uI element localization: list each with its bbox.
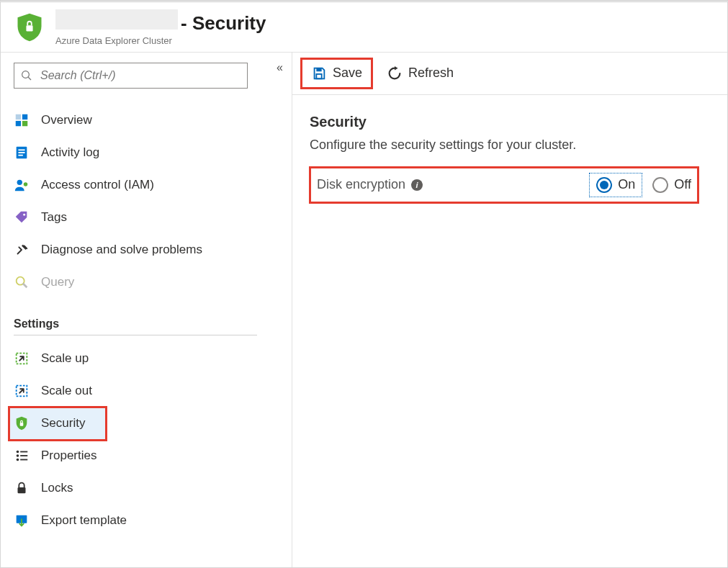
main-content: Save Refresh Security Configure the secu… [292,53,727,568]
svg-rect-24 [20,459,27,461]
resource-type: Azure Data Explorer Cluster [55,35,266,46]
svg-point-23 [17,459,19,461]
sidebar-item-locks[interactable]: Locks [9,472,260,505]
tags-icon [14,209,30,225]
svg-line-2 [28,77,31,80]
info-icon[interactable]: i [411,179,423,191]
sidebar-item-label: Locks [41,481,73,495]
svg-rect-6 [22,121,27,126]
search-input[interactable] [39,68,241,83]
refresh-button-label: Refresh [408,66,454,81]
locks-icon [14,480,30,496]
sidebar-item-properties[interactable]: Properties [9,440,260,472]
diagnose-icon [14,242,30,258]
disk-encryption-setting: Disk encryption i On Off [310,167,698,203]
query-icon [14,274,30,290]
save-button-label: Save [333,66,362,81]
scale-up-icon [14,351,30,366]
setting-label: Disk encryption i [317,177,423,192]
svg-point-12 [24,182,28,186]
resource-name [55,9,178,30]
panel-description: Configure the security settings for your… [310,138,710,153]
svg-rect-5 [16,121,21,126]
export-template-icon [14,513,30,528]
sidebar-item-query[interactable]: Query [9,266,260,299]
refresh-button[interactable]: Refresh [379,61,461,86]
disk-encryption-radio-group: On Off [592,176,691,194]
overview-icon [14,112,30,128]
sidebar-item-label: Scale out [41,384,92,398]
save-icon [311,66,327,81]
sidebar-item-security[interactable]: Security [9,407,106,440]
security-panel: Security Configure the security settings… [292,95,727,222]
radio-on[interactable]: On [592,176,639,194]
sidebar-item-overview[interactable]: Overview [9,104,260,137]
toolbar: Save Refresh [292,53,727,95]
activity-log-icon [14,145,30,161]
sidebar-item-access-control[interactable]: Access control (IAM) [9,169,260,202]
radio-off-label: Off [674,177,691,192]
svg-point-13 [23,214,25,216]
svg-point-11 [17,180,22,185]
svg-point-19 [17,451,19,454]
sidebar-item-tags[interactable]: Tags [9,202,260,234]
radio-on-circle [596,177,612,193]
page-header: - Security Azure Data Explorer Cluster [1,2,727,53]
sidebar-item-label: Access control (IAM) [41,178,154,192]
svg-rect-3 [16,114,21,120]
security-icon [14,415,30,431]
divider [14,335,257,335]
svg-point-1 [22,71,30,78]
sidebar-item-label: Diagnose and solve problems [41,243,202,257]
search-icon [20,69,33,82]
sidebar-item-activity-log[interactable]: Activity log [9,137,260,169]
svg-rect-18 [20,423,24,426]
sidebar-item-scale-out[interactable]: Scale out [9,375,260,407]
sidebar: « Overview Activity log Access control (… [1,53,292,568]
sidebar-item-scale-up[interactable]: Scale up [9,343,260,375]
svg-rect-20 [20,451,27,453]
svg-rect-10 [18,155,22,156]
svg-rect-8 [18,150,24,151]
svg-line-15 [23,284,27,288]
radio-on-label: On [618,177,635,192]
sidebar-item-label: Properties [41,448,96,463]
sidebar-item-label: Scale up [41,351,89,366]
svg-rect-25 [18,487,26,493]
shield-icon [14,12,45,43]
sidebar-item-label: Overview [41,113,92,127]
properties-icon [14,448,30,464]
svg-rect-28 [316,74,321,78]
refresh-icon [387,66,403,81]
radio-off-circle [652,177,668,193]
sidebar-item-label: Query [41,275,74,289]
sidebar-item-export-template[interactable]: Export template [9,505,260,537]
svg-rect-27 [316,68,321,71]
sidebar-item-label: Security [41,416,85,430]
page-title: - Security [181,13,266,34]
svg-rect-22 [20,455,27,456]
header-text: - Security Azure Data Explorer Cluster [55,9,266,46]
svg-rect-4 [22,114,27,120]
svg-rect-0 [26,26,32,32]
sidebar-item-label: Activity log [41,145,99,160]
sidebar-section-settings: Settings [14,317,282,330]
setting-label-text: Disk encryption [317,177,405,192]
scale-out-icon [14,383,30,399]
collapse-sidebar-icon[interactable]: « [277,61,283,74]
save-button[interactable]: Save [304,61,369,86]
sidebar-search[interactable] [14,63,248,89]
svg-rect-9 [18,152,24,153]
radio-off[interactable]: Off [652,177,691,193]
iam-icon [14,177,30,193]
panel-heading: Security [310,114,710,130]
svg-point-21 [17,454,19,457]
sidebar-item-label: Tags [41,210,67,225]
sidebar-item-label: Export template [41,513,127,528]
sidebar-item-diagnose[interactable]: Diagnose and solve problems [9,234,260,266]
